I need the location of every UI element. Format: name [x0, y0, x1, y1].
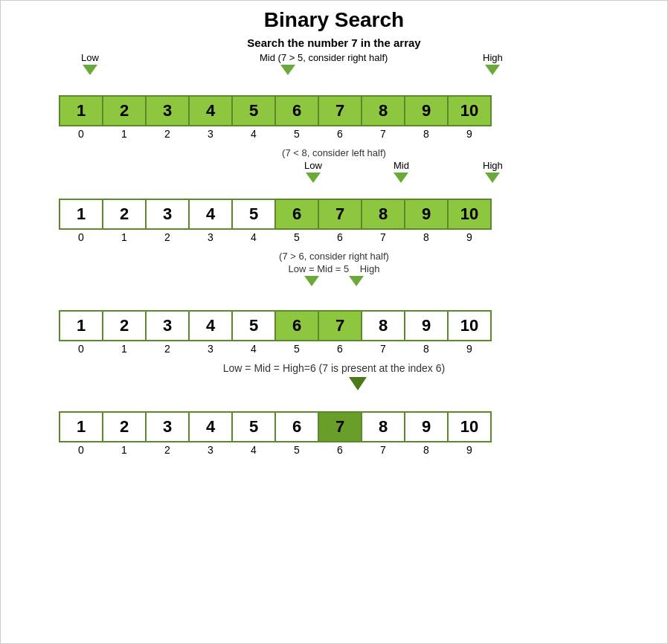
idx-3: 3 [188, 128, 233, 140]
cell-8: 9 [404, 95, 449, 126]
s4-idx-5: 5 [274, 444, 319, 456]
s2-idx-6: 6 [318, 231, 362, 243]
idx-9: 9 [447, 128, 492, 140]
cell-0: 1 [59, 95, 103, 126]
s4-idx-4: 4 [231, 444, 276, 456]
s4-cell-5: 6 [274, 411, 319, 442]
s4-idx-6: 6 [318, 444, 362, 456]
step4-arrows [16, 376, 652, 411]
s3-cell-1: 2 [102, 310, 147, 341]
step1-mid-note: Mid (7 > 5, consider right half) [260, 52, 388, 63]
step3-low-annotation [304, 274, 319, 286]
idx-0: 0 [59, 128, 103, 140]
s2-idx-3: 3 [188, 231, 233, 243]
step1-indices: 0 1 2 3 4 5 6 7 8 9 [59, 128, 652, 140]
step1-low-label: Low [81, 52, 99, 63]
s2-cell-1: 2 [102, 199, 147, 230]
s2-cell-3: 4 [188, 199, 233, 230]
step1-low-arrow [83, 65, 97, 75]
page-title: Binary Search [16, 8, 652, 32]
step3-note1: (7 > 6, consider right half) [16, 251, 652, 262]
s4-cell-7: 8 [361, 411, 405, 442]
idx-2: 2 [145, 128, 190, 140]
s2-cell-7: 8 [361, 199, 405, 230]
step3-section: (7 > 6, consider right half) Low = Mid =… [16, 251, 652, 355]
step1-high-arrow [485, 65, 500, 75]
s2-cell-0: 1 [59, 199, 103, 230]
s4-cell-3: 4 [188, 411, 233, 442]
step3-high-annotation [349, 274, 364, 286]
s2-idx-7: 7 [361, 231, 405, 243]
cell-6: 7 [318, 95, 362, 126]
step2-section: (7 < 8, consider left half) Low Mid High… [16, 147, 652, 243]
step1-high-label: High [483, 52, 503, 63]
s3-cell-6: 7 [318, 310, 362, 341]
s3-idx-6: 6 [318, 343, 362, 355]
step2-high-annotation: High [483, 160, 503, 183]
s3-idx-9: 9 [447, 343, 492, 355]
cell-3: 4 [188, 95, 233, 126]
idx-5: 5 [274, 128, 319, 140]
s4-idx-7: 7 [361, 444, 405, 456]
s4-idx-2: 2 [145, 444, 190, 456]
step4-found-annotation [349, 376, 367, 390]
s2-idx-2: 2 [145, 231, 190, 243]
idx-4: 4 [231, 128, 276, 140]
step3-high-arrow [349, 276, 364, 286]
s3-cell-0: 1 [59, 310, 103, 341]
step2-indices: 0 1 2 3 4 5 6 7 8 9 [59, 231, 652, 243]
step2-arrows: Low Mid High [16, 160, 652, 199]
step2-high-label: High [483, 160, 503, 171]
step3-low-arrow [304, 276, 319, 286]
step1-mid-arrow [280, 65, 295, 75]
s3-cell-9: 10 [447, 310, 492, 341]
s4-cell-9: 10 [447, 411, 492, 442]
s3-idx-4: 4 [231, 343, 276, 355]
step4-note: Low = Mid = High=6 (7 is present at the … [16, 362, 652, 374]
step2-low-arrow [306, 173, 321, 183]
s4-idx-3: 3 [188, 444, 233, 456]
step3-array: 1 2 3 4 5 6 7 8 9 10 [59, 310, 652, 341]
s3-cell-2: 3 [145, 310, 190, 341]
step4-array: 1 2 3 4 5 6 7 8 9 10 [59, 411, 652, 442]
s4-idx-8: 8 [404, 444, 449, 456]
idx-7: 7 [361, 128, 405, 140]
idx-1: 1 [102, 128, 147, 140]
step1-section: Low Mid (7 > 5, consider right half) Hig… [16, 52, 652, 140]
s3-idx-7: 7 [361, 343, 405, 355]
s2-idx-4: 4 [231, 231, 276, 243]
subtitle: Search the number 7 in the array [16, 36, 652, 49]
step2-low-annotation: Low [304, 160, 322, 183]
s3-idx-0: 0 [59, 343, 103, 355]
s2-cell-6: 7 [318, 199, 362, 230]
idx-8: 8 [404, 128, 449, 140]
step2-array: 1 2 3 4 5 6 7 8 9 10 [59, 199, 652, 230]
s2-cell-5: 6 [274, 199, 319, 230]
cell-5: 6 [274, 95, 319, 126]
idx-6: 6 [318, 128, 362, 140]
s4-cell-2: 3 [145, 411, 190, 442]
s2-cell-4: 5 [231, 199, 276, 230]
s4-cell-4: 5 [231, 411, 276, 442]
step2-note: (7 < 8, consider left half) [16, 147, 652, 158]
s2-idx-5: 5 [274, 231, 319, 243]
step1-low-annotation: Low [81, 52, 99, 75]
s3-idx-8: 8 [404, 343, 449, 355]
s2-idx-1: 1 [102, 231, 147, 243]
s4-idx-1: 1 [102, 444, 147, 456]
step3-arrows [16, 274, 652, 310]
cell-2: 3 [145, 95, 190, 126]
cell-7: 8 [361, 95, 405, 126]
s2-cell-2: 3 [145, 199, 190, 230]
s3-idx-5: 5 [274, 343, 319, 355]
s3-cell-3: 4 [188, 310, 233, 341]
s3-cell-8: 9 [404, 310, 449, 341]
s2-cell-9: 10 [447, 199, 492, 230]
step2-mid-annotation: Mid [394, 160, 409, 183]
s2-idx-0: 0 [59, 231, 103, 243]
step4-found-arrow [349, 377, 367, 390]
cell-1: 2 [102, 95, 147, 126]
step2-mid-label: Mid [394, 160, 409, 171]
step4-section: Low = Mid = High=6 (7 is present at the … [16, 362, 652, 456]
s3-idx-3: 3 [188, 343, 233, 355]
